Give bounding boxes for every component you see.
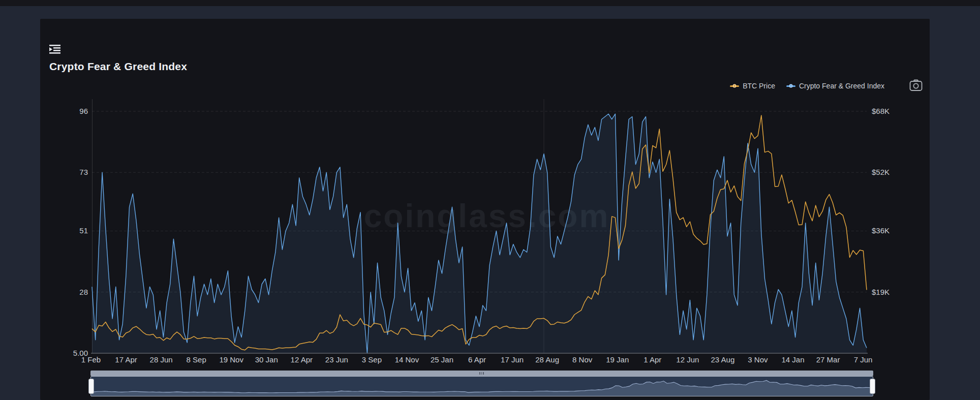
legend-marker-icon	[786, 85, 795, 87]
x-axis-tick: 6 Apr	[459, 355, 496, 364]
x-axis-tick: 28 Aug	[529, 355, 566, 364]
left-axis-tick: 51	[79, 227, 88, 235]
x-axis-tick: 1 Feb	[73, 355, 109, 364]
legend-marker-icon	[730, 85, 739, 87]
x-axis-labels: 1 Feb17 Apr28 Jun8 Sep19 Nov30 Jan12 Apr…	[92, 355, 867, 366]
page: Crypto Fear & Greed Index BTC PriceCrypt…	[0, 0, 980, 400]
page-title: Crypto Fear & Greed Index	[49, 60, 187, 73]
chart-card: Crypto Fear & Greed Index BTC PriceCrypt…	[40, 19, 930, 400]
navigator-right-handle[interactable]	[870, 379, 875, 394]
x-axis-tick: 8 Nov	[564, 355, 601, 364]
navigator-area	[91, 380, 873, 396]
x-axis-tick: 28 Jun	[143, 355, 179, 364]
top-bar	[0, 0, 980, 6]
fear-greed-area	[92, 114, 867, 353]
right-axis-tick: $36K	[872, 227, 890, 235]
x-axis-tick: 1 Apr	[634, 355, 671, 364]
navigator-scrollbar[interactable]	[90, 371, 873, 376]
right-axis-tick: $68K	[872, 107, 890, 115]
x-axis-tick: 14 Jan	[775, 355, 811, 364]
left-axis-tick: 73	[79, 168, 88, 176]
camera-screenshot-icon[interactable]	[909, 79, 923, 91]
range-navigator	[90, 371, 873, 395]
x-axis-tick: 14 Nov	[388, 355, 425, 364]
x-axis-tick: 23 Aug	[705, 355, 741, 364]
x-axis-tick: 3 Nov	[740, 355, 776, 364]
scrollbar-grip-icon[interactable]	[479, 372, 484, 375]
legend-label: BTC Price	[743, 82, 775, 90]
right-axis-tick: $19K	[872, 288, 890, 296]
x-axis-tick: 8 Sep	[178, 355, 215, 364]
x-axis-tick: 19 Nov	[213, 355, 250, 364]
x-axis-tick: 17 Apr	[108, 355, 144, 364]
x-axis-tick: 7 Jun	[845, 355, 881, 364]
x-axis-tick: 23 Jun	[318, 355, 355, 364]
x-axis-tick: 25 Jan	[424, 355, 461, 364]
x-axis-tick: 27 Mar	[810, 355, 846, 364]
x-axis-tick: 3 Sep	[353, 355, 390, 364]
right-axis-tick: $52K	[872, 168, 890, 176]
chart-menu-icon[interactable]	[48, 43, 64, 57]
legend-item-btc-price[interactable]: BTC Price	[730, 82, 775, 90]
left-axis-labels: 967351285.00	[40, 99, 88, 353]
plot-area[interactable]: coinglass.com	[92, 99, 867, 353]
legend-item-fear-greed-index[interactable]: Crypto Fear & Greed Index	[786, 82, 884, 90]
x-axis-tick: 17 Jun	[494, 355, 531, 364]
x-axis-tick: 30 Jan	[248, 355, 285, 364]
x-axis-tick: 12 Apr	[283, 355, 320, 364]
legend-label: Crypto Fear & Greed Index	[799, 82, 884, 90]
right-axis-labels: $68K$52K$36K$19K	[872, 99, 912, 353]
legend: BTC PriceCrypto Fear & Greed Index	[730, 80, 884, 91]
left-axis-tick: 96	[79, 107, 88, 115]
x-axis-tick: 12 Jun	[669, 355, 706, 364]
navigator-left-handle[interactable]	[88, 379, 94, 394]
navigator-mini-chart[interactable]	[90, 376, 873, 396]
left-axis-tick: 28	[79, 288, 88, 296]
x-axis-tick: 19 Jan	[599, 355, 636, 364]
